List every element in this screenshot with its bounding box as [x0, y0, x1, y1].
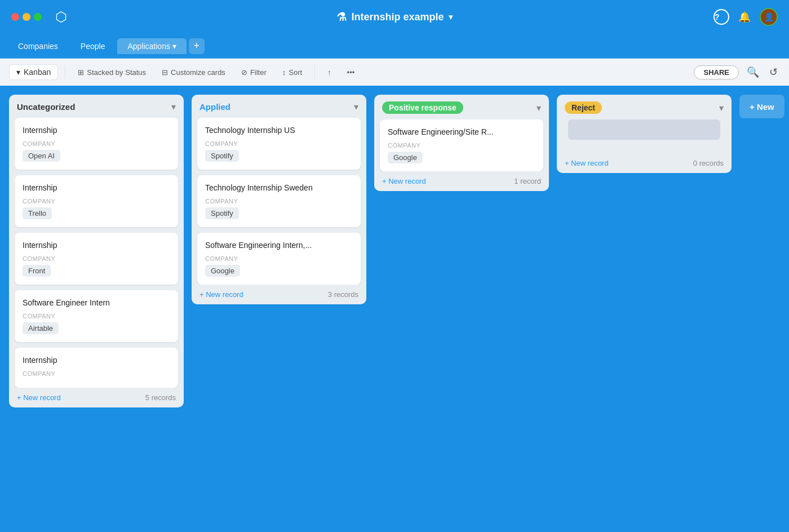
new-record-uncategorized[interactable]: + New record	[17, 393, 61, 402]
export-button[interactable]: ↑	[322, 65, 337, 79]
card-title-uncategorized-0: Internship	[23, 126, 170, 135]
stacked-by-status-button[interactable]: ⊞ Stacked by Status	[72, 65, 152, 79]
card-title-uncategorized-3: Software Engineer Intern	[23, 298, 170, 307]
more-options-button[interactable]: •••	[342, 65, 361, 79]
column-dropdown-uncategorized[interactable]: ▾	[171, 101, 176, 112]
column-title-uncategorized: Uncategorized	[17, 102, 75, 112]
search-button[interactable]: 🔍	[744, 64, 761, 81]
card-uncategorized-1[interactable]: Internship COMPANY Trello	[15, 175, 178, 227]
card-company-label-uncategorized-1: COMPANY	[23, 198, 170, 205]
card-company-tag-uncategorized-2: Front	[23, 265, 51, 277]
new-record-reject[interactable]: + New record	[565, 159, 609, 167]
tab-companies[interactable]: Companies	[8, 38, 68, 54]
notification-button[interactable]: 🔔	[738, 11, 751, 23]
new-record-applied[interactable]: + New record	[200, 290, 243, 299]
tabbar: Companies People Applications ▾ +	[0, 34, 789, 59]
history-button[interactable]: ↺	[767, 64, 780, 81]
traffic-lights	[11, 13, 42, 21]
card-company-tag-applied-2: Google	[205, 265, 240, 277]
column-footer-applied: + New record 3 records	[192, 285, 366, 304]
column-title-applied: Applied	[200, 102, 231, 112]
new-record-positive-response[interactable]: + New record	[382, 177, 426, 185]
share-button[interactable]: SHARE	[694, 65, 739, 79]
column-title-reject: Reject	[565, 101, 602, 114]
card-company-label-applied-1: COMPANY	[205, 198, 353, 205]
card-company-label-positive-response-0: COMPANY	[388, 142, 535, 149]
card-company-label-uncategorized-0: COMPANY	[23, 140, 170, 147]
kanban-board: Uncategorized▾ Internship COMPANY Open A…	[0, 86, 789, 532]
titlebar-left: ⬡	[11, 9, 67, 25]
card-applied-0[interactable]: Technology Internship US COMPANY Spotify	[197, 118, 361, 170]
column-footer-positive-response: + New record 1 record	[374, 171, 549, 191]
titlebar-center: ⚗ Internship example ▾	[336, 10, 452, 24]
card-company-label-applied-0: COMPANY	[205, 140, 353, 147]
card-company-tag-positive-response-0: Google	[388, 152, 423, 163]
card-company-tag-applied-1: Spotify	[205, 207, 239, 219]
toolbar-right: SHARE 🔍 ↺	[694, 64, 780, 81]
card-company-label-uncategorized-2: COMPANY	[23, 255, 170, 262]
card-uncategorized-4[interactable]: Internship COMPANY	[15, 348, 178, 388]
sort-icon: ↕	[282, 68, 286, 77]
workspace-dropdown-arrow[interactable]: ▾	[449, 12, 453, 21]
card-title-uncategorized-2: Internship	[23, 241, 170, 250]
stacked-label: Stacked by Status	[87, 68, 146, 77]
tab-applications[interactable]: Applications ▾	[117, 38, 186, 54]
sort-label: Sort	[289, 68, 302, 77]
column-positive-response: Positive response▾ Software Engineering/…	[374, 95, 549, 191]
toolbar: ▾ Kanban ⊞ Stacked by Status ⊟ Customize…	[0, 59, 789, 86]
column-reject: Reject▾ + New record 0 records	[557, 95, 732, 173]
card-uncategorized-3[interactable]: Software Engineer Intern COMPANY Airtabl…	[15, 290, 178, 342]
filter-button[interactable]: ⊘ Filter	[236, 65, 272, 79]
add-tab-button[interactable]: +	[189, 38, 205, 54]
column-cards-positive-response: Software Engineering/Site R... COMPANY G…	[374, 119, 549, 171]
customize-cards-button[interactable]: ⊟ Customize cards	[156, 65, 231, 79]
card-title-uncategorized-1: Internship	[23, 183, 170, 192]
card-company-tag-uncategorized-3: Airtable	[23, 322, 59, 334]
record-count-reject: 0 records	[693, 159, 724, 167]
tab-people[interactable]: People	[70, 38, 116, 54]
app-logo: ⬡	[55, 9, 67, 25]
card-title-positive-response-0: Software Engineering/Site R...	[388, 127, 535, 136]
record-count-positive-response: 1 record	[514, 177, 541, 185]
card-uncategorized-0[interactable]: Internship COMPANY Open AI	[15, 118, 178, 170]
toolbar-separator-2	[314, 65, 315, 79]
card-company-label-applied-2: COMPANY	[205, 255, 353, 262]
fullscreen-button[interactable]	[34, 13, 42, 21]
new-column-button[interactable]: + New	[739, 95, 784, 118]
titlebar-right: ? 🔔 👤	[713, 8, 778, 26]
export-icon: ↑	[327, 68, 331, 77]
reject-placeholder	[568, 119, 720, 140]
card-uncategorized-2[interactable]: Internship COMPANY Front	[15, 233, 178, 285]
close-button[interactable]	[11, 13, 19, 21]
column-header-applied: Applied▾	[192, 95, 366, 118]
card-applied-1[interactable]: Technology Internship Sweden COMPANY Spo…	[197, 175, 361, 227]
card-company-tag-applied-0: Spotify	[205, 150, 239, 162]
workspace-title[interactable]: Internship example	[351, 11, 444, 23]
toolbar-separator-1	[65, 65, 65, 79]
card-applied-2[interactable]: Software Engineering Intern,... COMPANY …	[197, 233, 361, 285]
card-company-tag-uncategorized-1: Trello	[23, 207, 52, 219]
column-dropdown-reject[interactable]: ▾	[719, 103, 724, 113]
sort-button[interactable]: ↕ Sort	[277, 65, 308, 79]
record-count-applied: 3 records	[328, 290, 358, 299]
card-title-uncategorized-4: Internship	[23, 356, 170, 365]
minimize-button[interactable]	[23, 13, 30, 21]
column-dropdown-positive-response[interactable]: ▾	[537, 103, 541, 113]
avatar[interactable]: 👤	[760, 8, 778, 26]
dropdown-arrow-icon: ▾	[16, 68, 20, 77]
column-cards-uncategorized: Internship COMPANY Open AI Internship CO…	[9, 118, 184, 388]
column-uncategorized: Uncategorized▾ Internship COMPANY Open A…	[9, 95, 184, 407]
card-company-label-uncategorized-3: COMPANY	[23, 313, 170, 320]
column-cards-reject	[557, 119, 732, 153]
column-header-uncategorized: Uncategorized▾	[9, 95, 184, 118]
kanban-label: Kanban	[24, 68, 51, 77]
card-positive-response-0[interactable]: Software Engineering/Site R... COMPANY G…	[380, 119, 543, 171]
kanban-view-button[interactable]: ▾ Kanban	[9, 64, 58, 80]
column-dropdown-applied[interactable]: ▾	[354, 101, 358, 112]
column-footer-reject: + New record 0 records	[557, 153, 732, 173]
column-title-positive-response: Positive response	[382, 101, 463, 114]
card-title-applied-1: Technology Internship Sweden	[205, 183, 353, 192]
card-company-label-uncategorized-4: COMPANY	[23, 370, 170, 377]
card-title-applied-2: Software Engineering Intern,...	[205, 241, 353, 250]
help-button[interactable]: ?	[713, 9, 729, 25]
